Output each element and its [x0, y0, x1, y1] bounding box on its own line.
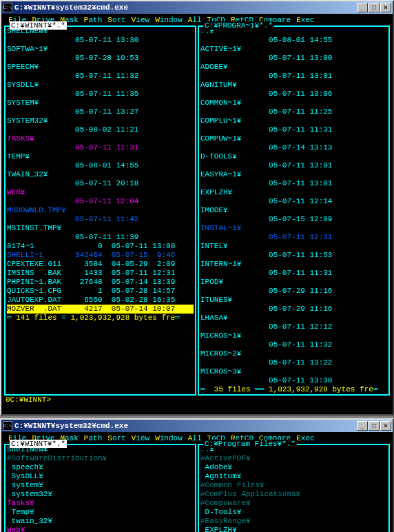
file-row[interactable]: ADOBE¥ 05-07-11 13:01: [200, 63, 387, 81]
file-row[interactable]: IMODE¥ 05-07-15 12:09: [200, 206, 387, 224]
file-row[interactable]: Temp¥: [7, 508, 194, 517]
file-row[interactable]: Agnitum¥: [200, 472, 387, 481]
file-row[interactable]: AGNITUM¥ 05-07-11 13:06: [200, 81, 387, 99]
file-row[interactable]: #EasyRange¥: [200, 517, 387, 526]
file-row[interactable]: SYSTEM32¥ 05-08-02 11:21: [7, 116, 194, 134]
file-row[interactable]: MICROS~2¥ 05-07-11 13:22: [200, 349, 387, 367]
left-panel: C:¥WINNT¥*.* SHELLNEW¥ 05-07-11 13:30SOF…: [4, 25, 196, 396]
panel-title: C:¥PROGRA~1¥*.*: [203, 21, 274, 30]
file-row[interactable]: SHELLI~1 342464 05-07-15 9:46: [7, 251, 194, 260]
file-row[interactable]: TWAIN_32¥ 05-07-11 20:18: [7, 170, 194, 188]
file-list: ..¥#ActivePDF¥ Adobe¥ Agnitum¥#Common Fi…: [200, 445, 387, 532]
menu-exec[interactable]: Exec: [293, 16, 317, 24]
left-panel: C:¥WINNT¥*.* ShellNew¥#SoftwareDistribut…: [4, 444, 196, 532]
file-row[interactable]: QUICKS~1.CFG 1 05-07-28 14:57: [7, 287, 194, 296]
close-button[interactable]: ×: [380, 421, 391, 431]
file-row[interactable]: SYSDLL¥ 05-07-11 11:35: [7, 81, 194, 99]
app-window: C:\ C:¥WINNT¥system32¥cmd.exe _ □ × File…: [0, 418, 394, 532]
file-row[interactable]: SOFTWA~1¥ 05-07-28 10:53: [7, 45, 194, 63]
file-row[interactable]: IPOD¥ 05-07-29 11:16: [200, 278, 387, 296]
file-row[interactable]: INSTAL~1¥ 05-07-11 12:31: [200, 224, 387, 242]
panel-title: C:¥WINNT¥*.*: [10, 21, 67, 30]
menu-path[interactable]: Path: [81, 434, 105, 442]
file-row[interactable]: CPEXTEXE.011 3584 04-05-29 2:09: [7, 260, 194, 269]
file-row[interactable]: ITUNES¥ 05-07-29 11:16: [200, 296, 387, 314]
file-row[interactable]: SPEECH¥ 05-07-11 11:32: [7, 63, 194, 81]
file-row[interactable]: speech¥: [7, 463, 194, 472]
file-row[interactable]: Adobe¥: [200, 463, 387, 472]
menu-window[interactable]: Window: [152, 434, 185, 442]
file-row[interactable]: Web¥: [7, 526, 194, 532]
file-row[interactable]: #ActivePDF¥: [200, 454, 387, 463]
file-row[interactable]: INTERN~1¥ 05-07-11 11:31: [200, 260, 387, 278]
file-row[interactable]: MICROS~3¥ 05-07-11 13:30: [200, 367, 387, 385]
file-row[interactable]: system¥: [7, 481, 194, 490]
titlebar: C:\ C:¥WINNT¥system32¥cmd.exe _ □ ×: [1, 420, 393, 432]
app-icon: C:\: [3, 421, 12, 431]
menu-all[interactable]: All: [185, 16, 205, 24]
menu-view[interactable]: View: [129, 16, 152, 24]
file-row[interactable]: twain_32¥: [7, 517, 194, 526]
minimize-button[interactable]: _: [357, 3, 368, 12]
file-row[interactable]: PHPINI~1.BAK 27648 05-07-14 13:39: [7, 278, 194, 287]
file-row[interactable]: #ComPlus Applications¥: [200, 490, 387, 499]
file-row[interactable]: TASKS¥ 05-07-11 11:31: [7, 134, 194, 152]
file-row[interactable]: EASYRA~1¥ 05-07-11 13:01: [200, 170, 387, 188]
file-row[interactable]: INTEL¥ 05-07-11 11:53: [200, 242, 387, 260]
file-row[interactable]: #Common Files¥: [200, 481, 387, 490]
app-icon: C:\: [3, 3, 12, 12]
panel-status: ═ 35 files ══ 1,023,932,928 bytes fre═: [200, 385, 387, 394]
file-row[interactable]: LHASA¥ 05-07-11 12:12: [200, 314, 387, 331]
file-row[interactable]: JAUTOEXP.DAT 6550 05-02-28 16:35: [7, 296, 194, 305]
file-row[interactable]: #Compuware¥: [200, 499, 387, 508]
menu-all[interactable]: All: [185, 434, 205, 442]
file-row[interactable]: Tasks¥: [7, 499, 194, 508]
window-title: C:¥WINNT¥system32¥cmd.exe: [14, 3, 357, 12]
minimize-button[interactable]: _: [357, 421, 368, 431]
file-row[interactable]: EXPLZH¥: [200, 526, 387, 532]
file-row[interactable]: COMPLU~1¥ 05-07-11 11:31: [200, 116, 387, 134]
file-row[interactable]: TEMP¥ 05-08-01 14:55: [7, 152, 194, 170]
file-list: ..¥ 05-08-01 14:55ACTIVE~1¥ 05-07-11 13:…: [200, 27, 387, 385]
file-row[interactable]: SysDLL¥: [7, 472, 194, 481]
file-row[interactable]: D-Tools¥: [200, 508, 387, 517]
close-button[interactable]: ×: [380, 3, 391, 12]
file-row[interactable]: MSDOWNLD.TMP¥ 05-07-11 11:42: [7, 206, 194, 224]
file-row[interactable]: MSIINST.TMP¥ 05-07-11 11:39: [7, 224, 194, 242]
maximize-button[interactable]: □: [369, 421, 380, 431]
window-title: C:¥WINNT¥system32¥cmd.exe: [14, 422, 357, 430]
maximize-button[interactable]: □: [369, 3, 380, 12]
right-panel: C:¥Program Files¥*.* ..¥#ActivePDF¥ Adob…: [198, 444, 390, 532]
panel-title: C:¥WINNT¥*.*: [10, 440, 67, 448]
titlebar: C:\ C:¥WINNT¥system32¥cmd.exe _ □ ×: [1, 1, 393, 14]
panel-status: ═ 141 files = 1,023,932,928 bytes fre═: [7, 314, 194, 323]
menu-path[interactable]: Path: [81, 16, 105, 24]
right-panel: C:¥PROGRA~1¥*.* ..¥ 05-08-01 14:55ACTIVE…: [198, 25, 390, 396]
file-row[interactable]: 8174~1 0 05-07-11 13:00: [7, 242, 194, 251]
file-row[interactable]: D-TOOLS¥ 05-07-11 13:01: [200, 152, 387, 170]
file-row[interactable]: COMMON~1¥ 05-07-11 11:25: [200, 99, 387, 116]
file-row[interactable]: IMSINS .BAK 1433 05-07-11 12:31: [7, 269, 194, 278]
menu-sort[interactable]: Sort: [105, 16, 128, 24]
menu-sort[interactable]: Sort: [105, 434, 128, 442]
file-list: ShellNew¥#SoftwareDistribution¥ speech¥ …: [7, 445, 194, 532]
file-row[interactable]: MOZVER .DAT 4217 05-07-14 10:07: [7, 305, 194, 314]
file-row[interactable]: EXPLZH¥ 05-07-11 12:14: [200, 188, 387, 206]
menu-window[interactable]: Window: [152, 16, 185, 24]
command-prompt[interactable]: 0C:¥WINNT>: [4, 396, 390, 406]
file-list: SHELLNEW¥ 05-07-11 13:30SOFTWA~1¥ 05-07-…: [7, 27, 194, 314]
menu-exec[interactable]: Exec: [293, 434, 317, 442]
file-row[interactable]: COMPUW~1¥ 05-07-14 13:13: [200, 134, 387, 152]
file-row[interactable]: SYSTEM¥ 05-07-11 13:27: [7, 99, 194, 116]
app-window: C:\ C:¥WINNT¥system32¥cmd.exe _ □ × File…: [0, 0, 394, 416]
file-row[interactable]: system32¥: [7, 490, 194, 499]
file-row[interactable]: #SoftwareDistribution¥: [7, 454, 194, 463]
menu-view[interactable]: View: [129, 434, 152, 442]
file-row[interactable]: WEB¥ 05-07-11 12:04: [7, 188, 194, 206]
file-row[interactable]: MICROS~1¥ 05-07-11 11:32: [200, 331, 387, 349]
file-row[interactable]: ACTIVE~1¥ 05-07-11 13:00: [200, 45, 387, 63]
panel-title: C:¥Program Files¥*.*: [203, 440, 297, 448]
